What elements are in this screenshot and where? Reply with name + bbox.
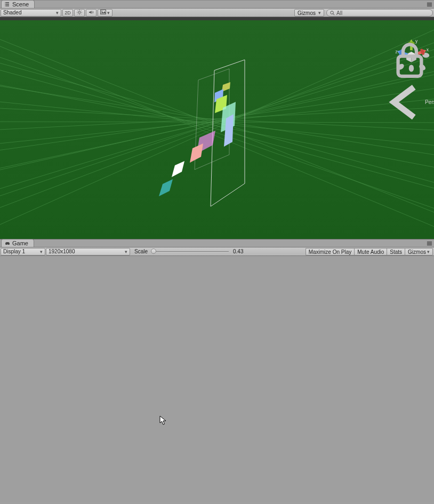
maximize-label: Maximize On Play [309,249,352,255]
scene-2d-toggle[interactable]: 2D [62,9,73,17]
game-tab-icon [5,241,10,246]
stats-toggle[interactable]: Stats [387,248,405,255]
svg-point-6 [78,11,81,13]
game-gizmos-label: Gizmos [408,249,426,255]
game-tab[interactable]: Game [1,239,34,247]
cursor-icon [159,415,167,425]
chevron-left-icon [384,82,424,122]
game-viewport[interactable] [0,256,434,502]
scene-lighting-toggle[interactable] [74,9,85,17]
scale-value: 0.43 [233,249,243,254]
scale-slider[interactable] [151,250,229,253]
image-icon [100,10,106,15]
svg-rect-11 [0,17,434,20]
scene-search-placeholder: All [336,10,342,16]
scene-tab[interactable]: Scene [1,0,35,8]
mute-label: Mute Audio [357,249,384,255]
scene-toolbar: Shaded 2D ▾ Gizmos All [0,9,434,17]
sun-icon [77,10,82,16]
scene-tab-icon [5,2,10,7]
scene-audio-toggle[interactable] [86,9,97,17]
audio-icon [89,10,94,16]
svg-rect-23 [427,242,432,243]
svg-point-1 [5,4,6,5]
resolution-label: 1920x1080 [49,249,75,254]
game-gizmos-dropdown[interactable]: Gizmos [405,248,433,255]
svg-rect-10 [0,17,434,239]
scene-search-input[interactable]: All [326,9,433,17]
resolution-dropdown[interactable]: 1920x1080 [46,248,130,255]
scene-panel-menu-button[interactable] [427,2,432,7]
shading-mode-label: Shaded [3,10,21,15]
gizmos-dropdown[interactable]: Gizmos [294,9,324,17]
svg-rect-12 [398,56,422,76]
gizmos-label: Gizmos [298,10,316,16]
game-tab-strip: Game [0,239,434,247]
chevron-down-icon: ▾ [107,10,110,15]
stats-label: Stats [390,249,402,255]
scale-slider-track [151,251,229,252]
svg-rect-4 [427,4,432,5]
scene-tab-label: Scene [12,1,29,7]
search-icon [330,11,335,15]
mute-audio-toggle[interactable]: Mute Audio [354,248,387,255]
svg-rect-25 [427,244,432,245]
display-label: Display 1 [3,249,25,254]
svg-rect-3 [427,3,432,4]
scale-label: Scale [134,249,148,254]
scene-2d-label: 2D [65,10,71,15]
svg-point-0 [5,2,6,3]
axis-orientation-gizmo[interactable]: y x z Persp [391,36,431,90]
scene-tab-strip: Scene [0,0,434,9]
svg-point-9 [331,11,333,13]
game-panel-menu-button[interactable] [427,241,432,246]
projection-mode-label[interactable]: Persp [391,82,431,122]
projection-text: Persp [425,99,434,105]
scene-viewport[interactable]: y x z Persp [0,17,434,239]
scene-effects-dropdown[interactable]: ▾ [98,9,112,17]
shading-mode-dropdown[interactable]: Shaded [1,9,61,17]
lock-icon[interactable] [390,39,430,81]
svg-rect-5 [427,5,432,6]
svg-point-8 [101,11,102,12]
svg-rect-24 [427,243,432,244]
maximize-on-play-toggle[interactable]: Maximize On Play [306,248,355,255]
scale-slider-thumb[interactable] [151,249,156,254]
game-tab-label: Game [12,240,28,246]
game-toolbar: Display 1 1920x1080 Scale 0.43 Maximize … [0,247,434,256]
scene-grid [0,17,434,239]
display-dropdown[interactable]: Display 1 [1,248,45,255]
svg-point-2 [5,5,6,6]
